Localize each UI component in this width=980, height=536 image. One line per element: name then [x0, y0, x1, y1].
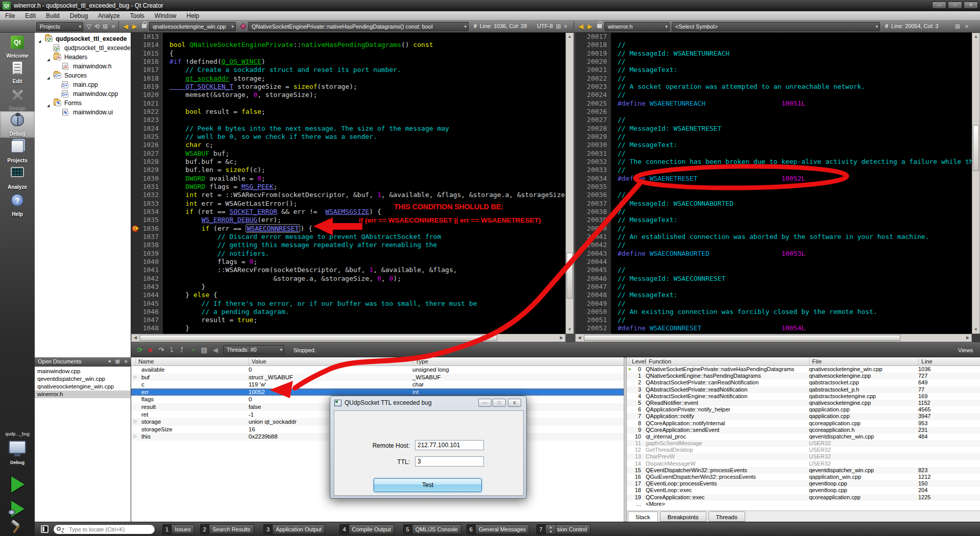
code-line[interactable]: 20037// MessageId: WSAECONNABORTED — [575, 200, 972, 208]
qudpsocket-dialog[interactable]: QUdpSocket TTL exceeded bug — □ X Remote… — [330, 396, 527, 499]
code-line[interactable]: 20022// — [575, 75, 972, 83]
tree-item[interactable]: ◢hHeaders — [35, 53, 131, 62]
code-line[interactable]: 1045 // If there's no error, or if our b… — [131, 300, 566, 308]
output-pane-button-general-messages[interactable]: 6General Messages — [467, 524, 529, 534]
right-editor-vscrollbar[interactable]: ▲▼ — [972, 33, 980, 334]
column-header[interactable]: Line — [918, 358, 933, 366]
stack-row[interactable]: 17QEventLoop::processEventsqeventloop.cp… — [627, 480, 980, 487]
sidebar-item-projects[interactable]: Projects — [0, 138, 35, 164]
back-icon-right[interactable]: ◀ — [577, 22, 585, 31]
code-editor-left[interactable]: 10131014bool QNativeSocketEnginePrivate:… — [131, 33, 566, 334]
code-line[interactable]: 1043 } — [131, 283, 566, 291]
locals-row[interactable]: available0unsigned long — [131, 366, 624, 374]
code-line[interactable]: 20048// MessageText: — [575, 291, 972, 299]
code-line[interactable]: 20035 — [575, 183, 972, 191]
code-line[interactable]: 1048 } — [131, 324, 566, 332]
locals-row[interactable]: c119 'w'char — [131, 381, 624, 388]
menu-item-window[interactable]: Window — [150, 11, 182, 21]
code-line[interactable]: 20027// — [575, 116, 972, 124]
stack-row[interactable]: ➤0QNativeSocketEnginePrivate::nativeHasP… — [627, 366, 980, 373]
menu-item-tools[interactable]: Tools — [125, 11, 150, 21]
sidebar-item-help[interactable]: ?Help — [0, 191, 35, 218]
code-line[interactable]: 1026 char c; — [131, 141, 566, 149]
code-line[interactable]: 1037 // Discard error message to prevent… — [131, 233, 566, 241]
code-line[interactable]: 20049// — [575, 300, 972, 308]
stack-row[interactable]: 7QApplication::notifyqapplication.cpp394… — [627, 413, 980, 420]
code-line[interactable]: 20018// — [575, 41, 972, 49]
projects-view-combo[interactable]: Projects — [36, 22, 83, 31]
stack-row[interactable]: 11gapfnScSendMessageUSER32 — [627, 440, 980, 447]
code-line[interactable]: 20033// — [575, 166, 972, 174]
left-editor-hscrollbar[interactable]: ◀▶ — [131, 334, 566, 342]
code-line[interactable]: 20039// MessageText: — [575, 216, 972, 224]
output-pane-button-compile-output[interactable]: 4Compile Output — [339, 524, 395, 534]
ttl-input[interactable]: 3 — [415, 456, 484, 467]
code-line[interactable]: 1019 QT_SOCKLEN_T storageSize = sizeof(s… — [131, 83, 566, 91]
code-line[interactable]: 1039 // notifiers. — [131, 250, 566, 258]
sidebar-item-debug[interactable]: Debug — [0, 111, 35, 138]
code-line[interactable]: 20034#define WSAENETRESET 10052L — [575, 175, 972, 183]
open-document-item[interactable]: qeventdispatcher_win.cpp — [35, 375, 131, 383]
tree-item[interactable]: ◢Qtqudpsocket_ttl_exceede — [35, 34, 131, 43]
close-button[interactable]: ✕ — [964, 2, 978, 9]
code-line[interactable]: 20032// The connection has been broken d… — [575, 158, 972, 166]
sync-icon[interactable]: ⟲ — [93, 22, 101, 31]
code-line[interactable]: 1017 // Create a sockaddr struct and res… — [131, 66, 566, 74]
maximize-button[interactable]: □ — [948, 2, 962, 9]
code-line[interactable]: 1021 — [131, 100, 566, 108]
column-header[interactable]: Type — [412, 358, 617, 366]
code-line[interactable]: 1024 // Peek 0 bytes into the next messa… — [131, 125, 566, 133]
tree-item[interactable]: ✎mainwindow.ui — [35, 108, 131, 117]
code-line[interactable]: 1013 — [131, 33, 566, 41]
back-icon[interactable]: ◀ — [121, 22, 130, 31]
menu-item-debug[interactable]: Debug — [65, 11, 93, 21]
stack-row[interactable]: 9QCoreApplication::sendEventqcoreapplica… — [627, 427, 980, 433]
sidebar-item-analyze[interactable]: Analyze — [0, 164, 35, 191]
split-editor-icon-right[interactable]: ⊞ — [953, 22, 962, 31]
locator-input[interactable]: ▾ Type to locate (Ctrl+K) — [53, 524, 155, 534]
code-line[interactable]: 20047// — [575, 283, 972, 291]
code-line[interactable]: 1015{ — [131, 50, 566, 58]
locals-row[interactable]: ▷bufstruct _WSABUF_WSABUF — [131, 374, 624, 381]
code-line[interactable]: 20036// — [575, 191, 972, 199]
stack-row[interactable]: 1QNativeSocketEngine::hasPendingDatagram… — [627, 373, 980, 379]
stack-row[interactable]: 15QEventDispatcherWin32::processEventsqe… — [627, 467, 980, 474]
views-button[interactable]: Views — [958, 347, 973, 353]
code-line[interactable]: 1016#if !defined(Q_OS_WINCE) — [131, 58, 566, 66]
output-pane-button-application-output[interactable]: 3Application Output — [263, 524, 325, 534]
code-line[interactable]: 1023 — [131, 116, 566, 124]
code-line[interactable]: 20028// MessageId: WSAENETRESET — [575, 125, 972, 133]
dialog-maximize-button[interactable]: □ — [493, 399, 506, 407]
code-line[interactable]: 1032 int ret = ::WSARecvFrom(socketDescr… — [131, 191, 566, 199]
build-button[interactable] — [10, 521, 23, 534]
close-editor-icon-right[interactable]: × — [963, 22, 971, 31]
close-pane-icon[interactable]: × — [109, 22, 117, 31]
menu-item-file[interactable]: File — [0, 11, 20, 21]
code-editor-right[interactable]: 2001720018//20019// MessageId: WSAENETUN… — [575, 33, 972, 334]
right-editor-hscrollbar[interactable]: ◀▶ — [575, 334, 972, 342]
code-line[interactable]: 1025 // well be 0, so we check if there … — [131, 133, 566, 141]
code-line[interactable]: 1018 qt_sockaddr storage; — [131, 75, 566, 83]
expand-arrow-icon[interactable]: ◢ — [38, 37, 41, 43]
stack-row[interactable]: 13CharPrevWUSER32 — [627, 453, 980, 460]
tree-item[interactable]: C+main.cpp — [35, 80, 131, 89]
code-line[interactable]: 20046// MessageId: WSAECONNRESET — [575, 275, 972, 283]
code-line[interactable]: 20030// MessageText: — [575, 141, 972, 149]
code-line[interactable]: 1041 ::WSARecvFrom(socketDescriptor, &bu… — [131, 266, 566, 274]
code-line[interactable]: 1038 // getting this message repeatedly … — [131, 241, 566, 249]
menu-item-build[interactable]: Build — [41, 11, 65, 21]
sidebar-item-edit[interactable]: Edit — [0, 59, 35, 85]
code-line[interactable]: 20029// — [575, 133, 972, 141]
code-line[interactable]: 1042 &storage.a, &storageSize, 0, 0); — [131, 275, 566, 283]
output-pane-button-issues[interactable]: 1Issues — [162, 524, 194, 534]
tree-item[interactable]: Qtqudpsocket_ttl_exceeded — [35, 43, 131, 53]
expand-arrow-icon[interactable]: ◢ — [47, 55, 50, 62]
sidebar-item-welcome[interactable]: QtWelcome — [0, 33, 35, 60]
stack-row[interactable]: 19QCoreApplication::execqcoreapplication… — [627, 494, 980, 501]
expand-icon[interactable]: ▷ — [134, 418, 137, 426]
threads-combo[interactable]: Threads: #0 — [223, 345, 284, 354]
menu-item-analyze[interactable]: Analyze — [93, 11, 125, 21]
code-line[interactable]: 20052#define WSAECONNRESET 10054L — [575, 324, 972, 332]
code-line[interactable]: 1029 buf.len = sizeof(c); — [131, 166, 566, 174]
expand-icon[interactable]: ▷ — [134, 433, 137, 441]
